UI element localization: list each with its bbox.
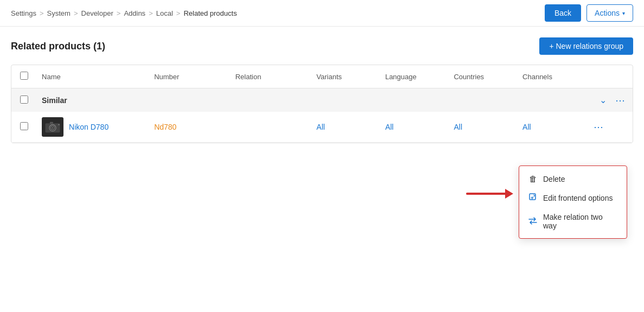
group-actions-cell: ⌄ ⋯: [586, 88, 633, 112]
product-cell: Nikon D780: [42, 117, 143, 137]
edit-icon: [528, 193, 538, 203]
context-menu-delete[interactable]: 🗑 Delete: [519, 169, 627, 188]
breadcrumb-system[interactable]: System: [47, 9, 71, 17]
header-checkbox-col: [11, 65, 36, 88]
product-number-link[interactable]: Nd780: [154, 123, 176, 131]
header-number: Number: [149, 65, 230, 88]
breadcrumb-settings[interactable]: Settings: [11, 9, 36, 17]
group-checkbox[interactable]: [20, 95, 28, 104]
svg-rect-6: [58, 124, 60, 125]
row-channels-cell: All: [517, 112, 586, 143]
svg-rect-5: [50, 122, 53, 124]
product-image: [42, 117, 63, 137]
row-more-button[interactable]: ⋯: [591, 121, 605, 133]
row-relation-cell: [230, 112, 311, 143]
top-bar: Settings > System > Developer > Addins >…: [0, 0, 644, 27]
row-number-cell: Nd780: [149, 112, 230, 143]
actions-button[interactable]: Actions ▾: [586, 4, 633, 22]
select-all-checkbox[interactable]: [20, 72, 28, 80]
main-content: Related products (1) + New relations gro…: [0, 27, 644, 143]
table-row: Nikon D780 Nd780 All All: [11, 112, 633, 143]
trash-icon: 🗑: [528, 174, 538, 183]
context-menu-twoway-label: Make relation two way: [543, 213, 618, 230]
product-name-link[interactable]: Nikon D780: [69, 123, 109, 131]
table-wrapper: Name Number Relation Variants Language C…: [11, 65, 633, 143]
svg-point-4: [52, 127, 53, 129]
svg-marker-7: [505, 189, 513, 199]
breadcrumb: Settings > System > Developer > Addins >…: [11, 9, 237, 17]
header-relation: Relation: [230, 65, 311, 88]
breadcrumb-local[interactable]: Local: [156, 9, 173, 17]
arrows-icon: [528, 217, 538, 226]
group-more-button[interactable]: ⋯: [613, 94, 627, 106]
camera-icon: [43, 119, 62, 135]
row-language-cell: All: [380, 112, 449, 143]
header-countries: Countries: [448, 65, 517, 88]
new-relations-button[interactable]: + New relations group: [539, 37, 633, 55]
header-language: Language: [380, 65, 449, 88]
row-checkbox[interactable]: [20, 122, 28, 130]
group-checkbox-cell: [11, 88, 36, 112]
table-header-row: Name Number Relation Variants Language C…: [11, 65, 633, 88]
header-name: Name: [36, 65, 149, 88]
header-channels: Channels: [517, 65, 586, 88]
header-actions-col: [586, 65, 633, 88]
row-language: All: [385, 123, 394, 131]
breadcrumb-current: Related products: [183, 9, 237, 17]
page-header: Related products (1) + New relations gro…: [11, 37, 633, 55]
page-title: Related products (1): [11, 41, 105, 52]
arrow-annotation: [464, 183, 513, 206]
products-table: Name Number Relation Variants Language C…: [11, 65, 633, 143]
group-row: Similar ⌄ ⋯: [11, 88, 633, 112]
breadcrumb-addins[interactable]: Addins: [124, 9, 145, 17]
context-menu-edit-label: Edit frontend options: [543, 194, 613, 202]
group-row-actions: ⌄ ⋯: [591, 94, 627, 106]
group-expand-button[interactable]: ⌄: [597, 94, 609, 106]
arrow-icon: [464, 183, 513, 204]
row-variants-cell: All: [311, 112, 380, 143]
chevron-down-icon: ▾: [622, 10, 625, 16]
row-checkbox-cell: [11, 112, 36, 143]
context-menu: 🗑 Delete Edit frontend options: [519, 165, 627, 239]
context-menu-two-way[interactable]: Make relation two way: [519, 208, 627, 235]
svg-rect-8: [530, 194, 535, 200]
back-button[interactable]: Back: [545, 4, 581, 22]
row-name-cell: Nikon D780: [36, 112, 149, 143]
row-variants: All: [316, 123, 325, 131]
row-actions-cell: ⋯: [586, 112, 633, 143]
breadcrumb-developer[interactable]: Developer: [81, 9, 113, 17]
context-menu-edit-frontend[interactable]: Edit frontend options: [519, 188, 627, 208]
header-variants: Variants: [311, 65, 380, 88]
actions-label: Actions: [595, 9, 620, 17]
row-channels: All: [522, 123, 531, 131]
row-countries: All: [454, 123, 462, 131]
top-bar-actions: Back Actions ▾: [545, 4, 633, 22]
context-menu-delete-label: Delete: [543, 175, 565, 183]
row-countries-cell: All: [448, 112, 517, 143]
group-name-cell: Similar: [36, 88, 586, 112]
group-name: Similar: [42, 96, 67, 105]
